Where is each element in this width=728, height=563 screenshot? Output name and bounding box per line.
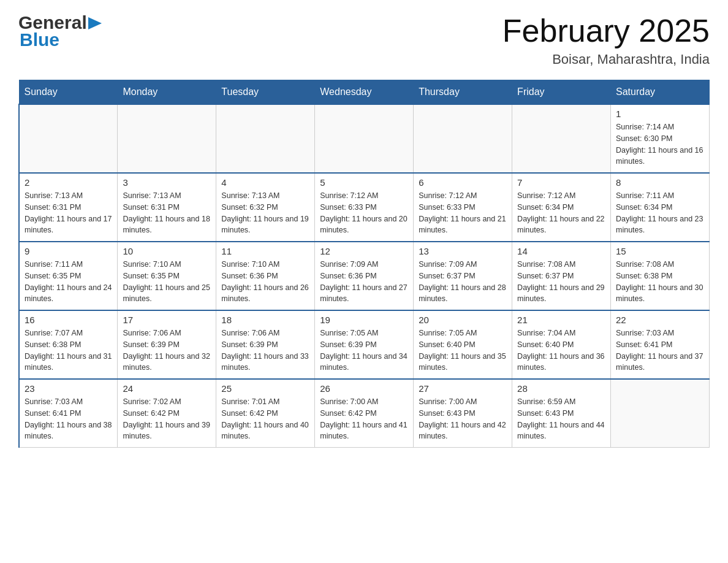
- day-number: 25: [221, 383, 309, 394]
- day-info: Sunrise: 7:13 AMSunset: 6:31 PMDaylight:…: [123, 190, 211, 236]
- day-info: Sunrise: 7:12 AMSunset: 6:34 PMDaylight:…: [517, 190, 605, 236]
- calendar-day-cell: [19, 104, 118, 173]
- day-number: 10: [123, 246, 211, 256]
- day-info: Sunrise: 7:09 AMSunset: 6:36 PMDaylight:…: [320, 259, 408, 305]
- calendar-week-row: 9Sunrise: 7:11 AMSunset: 6:35 PMDaylight…: [19, 242, 710, 310]
- day-of-week-header: Sunday: [19, 80, 118, 105]
- day-number: 15: [616, 246, 704, 256]
- day-number: 23: [25, 383, 112, 394]
- calendar-day-cell: 5Sunrise: 7:12 AMSunset: 6:33 PMDaylight…: [315, 173, 414, 242]
- day-number: 6: [419, 177, 507, 188]
- day-info: Sunrise: 7:05 AMSunset: 6:39 PMDaylight:…: [320, 327, 408, 373]
- calendar-week-row: 2Sunrise: 7:13 AMSunset: 6:31 PMDaylight…: [19, 173, 710, 242]
- day-of-week-header: Friday: [512, 80, 611, 105]
- calendar-day-cell: [315, 104, 414, 173]
- day-number: 8: [616, 177, 704, 188]
- calendar-day-cell: 3Sunrise: 7:13 AMSunset: 6:31 PMDaylight…: [118, 173, 216, 242]
- day-info: Sunrise: 7:10 AMSunset: 6:35 PMDaylight:…: [123, 259, 211, 305]
- day-number: 2: [25, 177, 112, 188]
- day-number: 14: [517, 246, 605, 256]
- day-number: 1: [616, 109, 704, 119]
- day-info: Sunrise: 6:59 AMSunset: 6:43 PMDaylight:…: [517, 396, 605, 442]
- calendar-day-cell: 7Sunrise: 7:12 AMSunset: 6:34 PMDaylight…: [512, 173, 611, 242]
- day-info: Sunrise: 7:13 AMSunset: 6:31 PMDaylight:…: [25, 190, 112, 236]
- day-info: Sunrise: 7:01 AMSunset: 6:42 PMDaylight:…: [221, 396, 309, 442]
- day-number: 27: [419, 383, 507, 394]
- day-info: Sunrise: 7:11 AMSunset: 6:34 PMDaylight:…: [616, 190, 704, 236]
- calendar-day-cell: 26Sunrise: 7:00 AMSunset: 6:42 PMDayligh…: [315, 379, 414, 448]
- calendar-day-cell: 17Sunrise: 7:06 AMSunset: 6:39 PMDayligh…: [118, 310, 216, 379]
- day-info: Sunrise: 7:12 AMSunset: 6:33 PMDaylight:…: [419, 190, 507, 236]
- calendar-day-cell: 8Sunrise: 7:11 AMSunset: 6:34 PMDaylight…: [611, 173, 710, 242]
- calendar-day-cell: 23Sunrise: 7:03 AMSunset: 6:41 PMDayligh…: [19, 379, 118, 448]
- day-info: Sunrise: 7:06 AMSunset: 6:39 PMDaylight:…: [221, 327, 309, 373]
- day-info: Sunrise: 7:07 AMSunset: 6:38 PMDaylight:…: [25, 327, 112, 373]
- day-info: Sunrise: 7:11 AMSunset: 6:35 PMDaylight:…: [25, 259, 112, 305]
- day-of-week-header: Saturday: [611, 80, 710, 105]
- month-year-title: February 2025: [502, 12, 710, 49]
- day-info: Sunrise: 7:08 AMSunset: 6:38 PMDaylight:…: [616, 259, 704, 305]
- calendar-day-cell: 15Sunrise: 7:08 AMSunset: 6:38 PMDayligh…: [611, 242, 710, 310]
- location-subtitle: Boisar, Maharashtra, India: [502, 52, 710, 67]
- day-of-week-header: Thursday: [414, 80, 512, 105]
- day-info: Sunrise: 7:12 AMSunset: 6:33 PMDaylight:…: [320, 190, 408, 236]
- day-of-week-header: Monday: [118, 80, 216, 105]
- calendar-day-cell: 27Sunrise: 7:00 AMSunset: 6:43 PMDayligh…: [414, 379, 512, 448]
- day-number: 26: [320, 383, 408, 394]
- day-number: 11: [221, 246, 309, 256]
- day-number: 7: [517, 177, 605, 188]
- calendar-day-cell: [611, 379, 710, 448]
- logo: General Blue: [18, 12, 102, 50]
- day-info: Sunrise: 7:06 AMSunset: 6:39 PMDaylight:…: [123, 327, 211, 373]
- calendar-header-row: SundayMondayTuesdayWednesdayThursdayFrid…: [19, 80, 710, 105]
- day-info: Sunrise: 7:03 AMSunset: 6:41 PMDaylight:…: [25, 396, 112, 442]
- calendar-day-cell: 22Sunrise: 7:03 AMSunset: 6:41 PMDayligh…: [611, 310, 710, 379]
- day-number: 22: [616, 315, 704, 325]
- day-number: 24: [123, 383, 211, 394]
- calendar-day-cell: 18Sunrise: 7:06 AMSunset: 6:39 PMDayligh…: [216, 310, 315, 379]
- title-block: February 2025 Boisar, Maharashtra, India: [502, 12, 710, 67]
- calendar-day-cell: [512, 104, 611, 173]
- day-number: 21: [517, 315, 605, 325]
- calendar-day-cell: 19Sunrise: 7:05 AMSunset: 6:39 PMDayligh…: [315, 310, 414, 379]
- calendar-day-cell: 14Sunrise: 7:08 AMSunset: 6:37 PMDayligh…: [512, 242, 611, 310]
- calendar-day-cell: 20Sunrise: 7:05 AMSunset: 6:40 PMDayligh…: [414, 310, 512, 379]
- calendar-day-cell: [414, 104, 512, 173]
- day-number: 4: [221, 177, 309, 188]
- day-number: 16: [25, 315, 112, 325]
- calendar-day-cell: 1Sunrise: 7:14 AMSunset: 6:30 PMDaylight…: [611, 104, 710, 173]
- day-info: Sunrise: 7:04 AMSunset: 6:40 PMDaylight:…: [517, 327, 605, 373]
- day-number: 12: [320, 246, 408, 256]
- day-info: Sunrise: 7:00 AMSunset: 6:43 PMDaylight:…: [419, 396, 507, 442]
- logo-arrow-icon: [88, 17, 102, 29]
- calendar-week-row: 16Sunrise: 7:07 AMSunset: 6:38 PMDayligh…: [19, 310, 710, 379]
- day-of-week-header: Tuesday: [216, 80, 315, 105]
- calendar-day-cell: 4Sunrise: 7:13 AMSunset: 6:32 PMDaylight…: [216, 173, 315, 242]
- day-number: 20: [419, 315, 507, 325]
- calendar-day-cell: 6Sunrise: 7:12 AMSunset: 6:33 PMDaylight…: [414, 173, 512, 242]
- day-number: 9: [25, 246, 112, 256]
- day-info: Sunrise: 7:13 AMSunset: 6:32 PMDaylight:…: [221, 190, 309, 236]
- day-info: Sunrise: 7:05 AMSunset: 6:40 PMDaylight:…: [419, 327, 507, 373]
- calendar-day-cell: 16Sunrise: 7:07 AMSunset: 6:38 PMDayligh…: [19, 310, 118, 379]
- calendar-day-cell: 21Sunrise: 7:04 AMSunset: 6:40 PMDayligh…: [512, 310, 611, 379]
- calendar-day-cell: 2Sunrise: 7:13 AMSunset: 6:31 PMDaylight…: [19, 173, 118, 242]
- day-info: Sunrise: 7:02 AMSunset: 6:42 PMDaylight:…: [123, 396, 211, 442]
- day-number: 5: [320, 177, 408, 188]
- day-info: Sunrise: 7:09 AMSunset: 6:37 PMDaylight:…: [419, 259, 507, 305]
- calendar-day-cell: 9Sunrise: 7:11 AMSunset: 6:35 PMDaylight…: [19, 242, 118, 310]
- calendar-day-cell: 11Sunrise: 7:10 AMSunset: 6:36 PMDayligh…: [216, 242, 315, 310]
- calendar-week-row: 23Sunrise: 7:03 AMSunset: 6:41 PMDayligh…: [19, 379, 710, 448]
- day-info: Sunrise: 7:03 AMSunset: 6:41 PMDaylight:…: [616, 327, 704, 373]
- day-info: Sunrise: 7:08 AMSunset: 6:37 PMDaylight:…: [517, 259, 605, 305]
- calendar-day-cell: [216, 104, 315, 173]
- day-number: 18: [221, 315, 309, 325]
- logo-blue: Blue: [20, 29, 102, 50]
- day-number: 19: [320, 315, 408, 325]
- calendar-day-cell: 13Sunrise: 7:09 AMSunset: 6:37 PMDayligh…: [414, 242, 512, 310]
- day-number: 3: [123, 177, 211, 188]
- day-info: Sunrise: 7:14 AMSunset: 6:30 PMDaylight:…: [616, 121, 704, 167]
- day-number: 28: [517, 383, 605, 394]
- calendar-week-row: 1Sunrise: 7:14 AMSunset: 6:30 PMDaylight…: [19, 104, 710, 173]
- day-of-week-header: Wednesday: [315, 80, 414, 105]
